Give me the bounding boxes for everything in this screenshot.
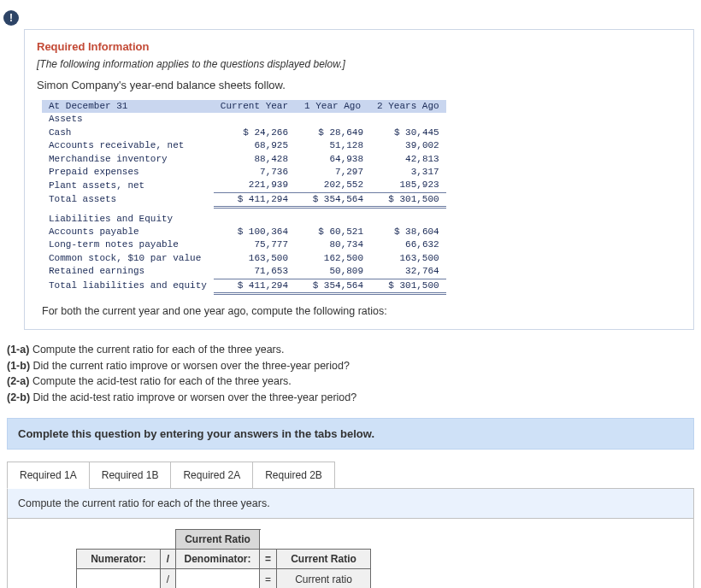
inv-cy: 88,428 xyxy=(214,153,295,166)
cr-header-right: Current Ratio xyxy=(277,549,371,568)
alert-icon: ! xyxy=(3,10,19,26)
required-title: Required Information xyxy=(37,40,681,53)
col-at: At December 31 xyxy=(42,100,214,113)
re-y1: 50,809 xyxy=(295,265,370,279)
q1a-text: Compute the current ratio for each of th… xyxy=(32,344,285,356)
plant-y2: 185,923 xyxy=(370,179,446,192)
ta-y2: $ 301,500 xyxy=(370,192,446,207)
panel-instruction: Compute the current ratio for each of th… xyxy=(8,489,693,519)
tab-required-1b[interactable]: Required 1B xyxy=(89,462,172,489)
pre-y2: 3,317 xyxy=(370,166,446,179)
compute-instruction: For both the current year and one year a… xyxy=(42,305,681,317)
eq-1: = xyxy=(260,568,277,588)
cash-y1: $ 28,649 xyxy=(295,126,370,139)
row-inv-label: Merchandise inventory xyxy=(42,153,214,166)
row-total-assets-label: Total assets xyxy=(42,192,214,207)
row-ltn-label: Long-term notes payable xyxy=(42,238,214,251)
tab-required-1a[interactable]: Required 1A xyxy=(7,462,90,489)
ltn-cy: 75,777 xyxy=(214,238,295,251)
tle-y1: $ 354,564 xyxy=(295,279,370,293)
inv-y1: 64,938 xyxy=(295,153,370,166)
cash-y2: $ 30,445 xyxy=(370,126,446,139)
inv-y2: 42,813 xyxy=(370,153,446,166)
pre-y1: 7,297 xyxy=(295,166,370,179)
applies-note: [The following information applies to th… xyxy=(37,58,681,70)
col-1yr: 1 Year Ago xyxy=(295,100,370,113)
q1a-tag: (1-a) xyxy=(7,344,32,356)
cs-y1: 162,500 xyxy=(295,252,370,265)
ta-cy: $ 411,294 xyxy=(214,192,295,207)
q2b-text: Did the acid-test ratio improve or worse… xyxy=(33,391,357,403)
intro-text: Simon Company's year-end balance sheets … xyxy=(37,79,681,91)
cr-label-right: Current ratio xyxy=(277,568,371,588)
question-block: (1-a) Compute the current ratio for each… xyxy=(7,342,694,406)
pre-cy: 7,736 xyxy=(214,166,295,179)
liab-section-label: Liabilities and Equity xyxy=(42,213,214,226)
plant-y1: 202,552 xyxy=(295,179,370,192)
ap-cy: $ 100,364 xyxy=(214,226,295,238)
ar-y2: 39,002 xyxy=(370,139,446,152)
tab-strip: Required 1A Required 1B Required 2A Requ… xyxy=(7,462,694,489)
current-ratio-table: Current Ratio Numerator: / Denominator: … xyxy=(8,529,371,588)
answer-panel: Compute the current ratio for each of th… xyxy=(7,488,694,588)
current-ratio-header: Current Ratio xyxy=(176,529,260,549)
row-total-le-label: Total liabilities and equity xyxy=(42,279,214,293)
numerator-header: Numerator: xyxy=(77,549,161,568)
col-current-year: Current Year xyxy=(214,100,295,113)
balance-sheet-table: At December 31 Current Year 1 Year Ago 2… xyxy=(42,100,446,295)
cs-cy: 163,500 xyxy=(214,252,295,265)
q2a-text: Compute the acid-test ratio for each of … xyxy=(32,375,292,387)
ar-y1: 51,128 xyxy=(295,139,370,152)
slash-1: / xyxy=(161,568,176,588)
ap-y2: $ 38,604 xyxy=(370,226,446,238)
row-re-label: Retained earnings xyxy=(42,265,214,279)
plant-cy: 221,939 xyxy=(214,179,295,192)
denominator-category-input[interactable] xyxy=(181,573,254,586)
row-cash-label: Cash xyxy=(42,126,214,139)
complete-instruction-bar: Complete this question by entering your … xyxy=(7,418,694,450)
q1b-tag: (1-b) xyxy=(7,360,33,372)
tab-required-2b[interactable]: Required 2B xyxy=(252,462,335,489)
assets-section-label: Assets xyxy=(42,113,214,126)
ltn-y2: 66,632 xyxy=(370,238,446,251)
ar-cy: 68,925 xyxy=(214,139,295,152)
ltn-y1: 80,734 xyxy=(295,238,370,251)
eq-header: = xyxy=(260,549,277,568)
row-plant-label: Plant assets, net xyxy=(42,179,214,192)
re-cy: 71,653 xyxy=(214,265,295,279)
q1b-text: Did the current ratio improve or worsen … xyxy=(33,360,350,372)
cash-cy: $ 24,266 xyxy=(214,126,295,139)
cs-y2: 163,500 xyxy=(370,252,446,265)
row-ap-label: Accounts payable xyxy=(42,226,214,238)
ap-y1: $ 60,521 xyxy=(295,226,370,238)
slash-header: / xyxy=(161,549,176,568)
q2b-tag: (2-b) xyxy=(7,391,33,403)
tle-y2: $ 301,500 xyxy=(370,279,446,293)
tle-cy: $ 411,294 xyxy=(214,279,295,293)
row-ar-label: Accounts receivable, net xyxy=(42,139,214,152)
re-y2: 32,764 xyxy=(370,265,446,279)
row-pre-label: Prepaid expenses xyxy=(42,166,214,179)
q2a-tag: (2-a) xyxy=(7,375,32,387)
required-information-box: Required Information [The following info… xyxy=(24,29,694,330)
tab-required-2a[interactable]: Required 2A xyxy=(170,462,253,489)
denominator-header: Denominator: xyxy=(176,549,260,568)
row-cs-label: Common stock, $10 par value xyxy=(42,252,214,265)
ta-y1: $ 354,564 xyxy=(295,192,370,207)
numerator-category-input[interactable] xyxy=(82,573,155,586)
col-2yr: 2 Years Ago xyxy=(370,100,446,113)
